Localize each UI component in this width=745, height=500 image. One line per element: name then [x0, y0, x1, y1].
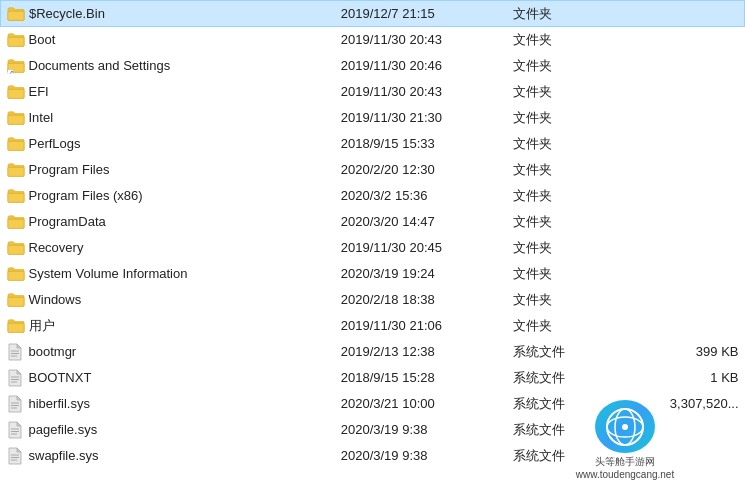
folder-icon	[7, 240, 25, 256]
table-row[interactable]: EFI 2019/11/30 20:43 文件夹	[1, 79, 745, 105]
file-name[interactable]: hiberfil.sys	[1, 391, 335, 417]
file-name[interactable]: Recovery	[1, 235, 335, 261]
file-name[interactable]: Boot	[1, 27, 335, 53]
file-size: 3,307,520...	[615, 391, 744, 417]
file-size	[615, 53, 744, 79]
file-type: 文件夹	[507, 287, 615, 313]
file-date: 2020/2/18 18:38	[335, 287, 508, 313]
table-row[interactable]: BOOTNXT 2018/9/15 15:28 系统文件 1 KB	[1, 365, 745, 391]
file-name[interactable]: System Volume Information	[1, 261, 335, 287]
file-size: 1 KB	[615, 365, 744, 391]
file-name[interactable]: $Recycle.Bin	[1, 1, 335, 27]
file-name[interactable]: swapfile.sys	[1, 443, 335, 469]
file-type: 文件夹	[507, 183, 615, 209]
folder-icon	[7, 110, 25, 126]
table-row[interactable]: bootmgr 2019/2/13 12:38 系统文件 399 KB	[1, 339, 745, 365]
file-name[interactable]: Program Files (x86)	[1, 183, 335, 209]
file-name[interactable]: EFI	[1, 79, 335, 105]
folder-icon	[7, 32, 25, 48]
file-name[interactable]: pagefile.sys	[1, 417, 335, 443]
file-icon	[7, 395, 25, 413]
file-size	[615, 261, 744, 287]
folder-icon	[7, 84, 25, 100]
table-row[interactable]: Program Files (x86) 2020/3/2 15:36 文件夹	[1, 183, 745, 209]
file-size	[615, 287, 744, 313]
file-date: 2020/3/19 9:38	[335, 443, 508, 469]
file-type: 文件夹	[507, 313, 615, 339]
file-name[interactable]: 用户	[1, 313, 335, 339]
file-type: 文件夹	[507, 53, 615, 79]
file-name[interactable]: Windows	[1, 287, 335, 313]
file-explorer[interactable]: $Recycle.Bin 2019/12/7 21:15 文件夹 Boot 20…	[0, 0, 745, 500]
table-row[interactable]: System Volume Information 2020/3/19 19:2…	[1, 261, 745, 287]
svg-rect-11	[7, 245, 23, 254]
file-date: 2018/9/15 15:33	[335, 131, 508, 157]
file-date: 2019/2/13 12:38	[335, 339, 508, 365]
folder-icon	[7, 292, 25, 308]
svg-rect-1	[7, 37, 23, 46]
folder-icon	[7, 266, 25, 282]
file-size	[615, 79, 744, 105]
table-row[interactable]: $Recycle.Bin 2019/12/7 21:15 文件夹	[1, 1, 745, 27]
svg-rect-7	[7, 141, 23, 150]
folder-icon	[7, 188, 25, 204]
file-icon	[7, 343, 25, 361]
file-type: 系统文件	[507, 417, 615, 443]
file-size: 399 KB	[615, 339, 744, 365]
table-row[interactable]: 用户 2019/11/30 21:06 文件夹	[1, 313, 745, 339]
file-name[interactable]: PerfLogs	[1, 131, 335, 157]
svg-rect-6	[7, 115, 23, 124]
table-row[interactable]: ProgramData 2020/3/20 14:47 文件夹	[1, 209, 745, 235]
file-type: 系统文件	[507, 443, 615, 469]
file-date: 2019/11/30 20:46	[335, 53, 508, 79]
file-date: 2020/3/19 19:24	[335, 261, 508, 287]
svg-rect-12	[7, 271, 23, 280]
table-row[interactable]: Program Files 2020/2/20 12:30 文件夹	[1, 157, 745, 183]
file-name[interactable]: bootmgr	[1, 339, 335, 365]
folder-icon	[7, 6, 25, 22]
file-size	[615, 417, 744, 443]
table-row[interactable]: ↗ Documents and Settings 2019/11/30 20:4…	[1, 53, 745, 79]
folder-icon	[7, 162, 25, 178]
file-type: 文件夹	[507, 157, 615, 183]
file-size	[615, 131, 744, 157]
file-table: $Recycle.Bin 2019/12/7 21:15 文件夹 Boot 20…	[0, 0, 745, 469]
file-icon	[7, 369, 25, 387]
table-row[interactable]: Recovery 2019/11/30 20:45 文件夹	[1, 235, 745, 261]
file-date: 2020/3/20 14:47	[335, 209, 508, 235]
file-size	[615, 235, 744, 261]
file-size	[615, 209, 744, 235]
table-row[interactable]: hiberfil.sys 2020/3/21 10:00 系统文件 3,307,…	[1, 391, 745, 417]
folder-icon	[7, 136, 25, 152]
table-row[interactable]: Boot 2019/11/30 20:43 文件夹	[1, 27, 745, 53]
svg-rect-13	[7, 297, 23, 306]
folder-icon	[7, 318, 25, 334]
file-icon	[7, 447, 25, 465]
file-name[interactable]: Intel	[1, 105, 335, 131]
svg-rect-9	[7, 193, 23, 202]
table-row[interactable]: Intel 2019/11/30 21:30 文件夹	[1, 105, 745, 131]
file-name[interactable]: BOOTNXT	[1, 365, 335, 391]
file-size	[615, 157, 744, 183]
file-type: 文件夹	[507, 235, 615, 261]
svg-rect-14	[7, 323, 23, 332]
table-row[interactable]: pagefile.sys 2020/3/19 9:38 系统文件	[1, 417, 745, 443]
svg-rect-5	[7, 89, 23, 98]
folder-icon: ↗	[7, 58, 25, 74]
svg-rect-8	[7, 167, 23, 176]
file-name[interactable]: ProgramData	[1, 209, 335, 235]
file-size	[615, 1, 744, 27]
svg-text:↗: ↗	[8, 70, 12, 74]
file-type: 文件夹	[507, 209, 615, 235]
file-icon	[7, 421, 25, 439]
watermark-text2: www.toudengcang.net	[576, 469, 674, 480]
table-row[interactable]: swapfile.sys 2020/3/19 9:38 系统文件	[1, 443, 745, 469]
file-date: 2018/9/15 15:28	[335, 365, 508, 391]
table-row[interactable]: Windows 2020/2/18 18:38 文件夹	[1, 287, 745, 313]
file-date: 2019/11/30 21:30	[335, 105, 508, 131]
table-row[interactable]: PerfLogs 2018/9/15 15:33 文件夹	[1, 131, 745, 157]
file-type: 文件夹	[507, 131, 615, 157]
file-name[interactable]: Program Files	[1, 157, 335, 183]
file-name[interactable]: ↗ Documents and Settings	[1, 53, 335, 79]
file-date: 2020/3/2 15:36	[335, 183, 508, 209]
